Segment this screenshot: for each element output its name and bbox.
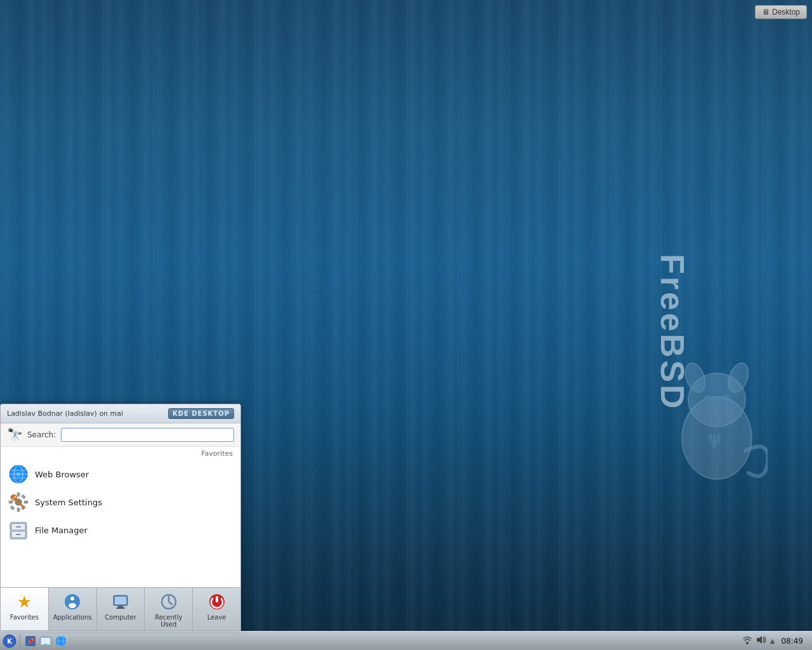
- computer-tab-icon: [110, 592, 131, 612]
- tray-arrow-icon[interactable]: ▲: [770, 637, 775, 644]
- recently-used-tab-icon: [159, 592, 179, 612]
- svg-rect-17: [24, 501, 28, 503]
- tab-recently-used[interactable]: Recently Used: [145, 588, 193, 630]
- favorites-tab-icon: ★: [14, 592, 34, 612]
- svg-marker-51: [757, 636, 762, 644]
- clock[interactable]: 08:49: [777, 637, 807, 646]
- svg-point-1: [688, 373, 745, 427]
- svg-rect-15: [17, 508, 20, 512]
- menu-item-system-settings[interactable]: System Settings: [1, 488, 240, 516]
- svg-point-50: [746, 642, 749, 644]
- menu-item-file-manager[interactable]: File Manager: [1, 516, 240, 544]
- beastie-icon: ψ: [666, 355, 768, 482]
- applications-tab-label: Applications: [53, 614, 92, 621]
- svg-point-3: [725, 361, 752, 395]
- svg-rect-14: [17, 493, 20, 496]
- svg-text:📌: 📌: [27, 637, 35, 646]
- svg-text:K: K: [7, 638, 13, 645]
- computer-tab-label: Computer: [105, 614, 136, 621]
- svg-rect-46: [44, 644, 47, 645]
- menu-item-web-browser[interactable]: Web Browser: [1, 460, 240, 488]
- svg-point-12: [16, 472, 20, 476]
- system-tray: ▲: [742, 635, 775, 647]
- tab-applications[interactable]: Applications: [49, 588, 97, 630]
- favorites-section-label: Favorites: [1, 447, 240, 460]
- leave-tab-label: Leave: [207, 614, 226, 621]
- recently-used-tab-label: Recently Used: [147, 614, 190, 628]
- svg-point-0: [682, 397, 752, 479]
- desktop-icon: 🖥: [762, 8, 769, 17]
- menu-user-info: Ladislav Bodnar (ladislav) on mai: [7, 409, 123, 418]
- svg-rect-16: [9, 501, 13, 503]
- svg-point-2: [682, 361, 709, 395]
- menu-content: Web Browser: [1, 460, 240, 587]
- desktop-background: FreeBSD ψ 🖥 Desktop Ladislav Bodnar: [0, 0, 812, 650]
- binoculars-icon: 🔭: [7, 427, 22, 442]
- web-browser-label: Web Browser: [35, 470, 89, 479]
- taskbar-app3[interactable]: [54, 634, 68, 648]
- web-browser-icon: [8, 464, 29, 484]
- svg-rect-45: [41, 638, 50, 644]
- taskbar: K 📌: [0, 631, 812, 650]
- svg-line-22: [13, 497, 23, 507]
- svg-rect-33: [115, 597, 126, 604]
- kde-menu-button[interactable]: K: [3, 634, 16, 648]
- search-label: Search:: [27, 430, 56, 439]
- svg-point-30: [70, 597, 74, 600]
- svg-rect-35: [116, 607, 125, 609]
- tray-network-icon[interactable]: [742, 635, 752, 647]
- applications-tab-icon: [62, 592, 82, 612]
- leave-tab-icon: [207, 592, 227, 612]
- taskbar-separator: [20, 635, 20, 647]
- freebsd-text: FreeBSD: [653, 254, 691, 411]
- svg-rect-26: [16, 526, 21, 527]
- desktop-button-label: Desktop: [772, 8, 800, 17]
- svg-point-4: [704, 395, 711, 402]
- tab-favorites[interactable]: ★ Favorites: [1, 588, 49, 630]
- menu-header: Ladislav Bodnar (ladislav) on mai KDE DE…: [1, 404, 240, 423]
- file-manager-label: File Manager: [35, 526, 88, 535]
- taskbar-left: K 📌: [0, 634, 70, 648]
- taskbar-right: ▲ 08:49: [742, 635, 812, 647]
- svg-point-31: [69, 603, 76, 608]
- file-manager-icon: [8, 520, 29, 540]
- favorites-tab-label: Favorites: [10, 614, 39, 621]
- svg-rect-38: [216, 596, 218, 602]
- start-menu: Ladislav Bodnar (ladislav) on mai KDE DE…: [0, 404, 241, 631]
- tab-leave[interactable]: Leave: [193, 588, 240, 630]
- menu-tabs: ★ Favorites Applications: [1, 587, 240, 630]
- system-settings-label: System Settings: [35, 498, 102, 507]
- kde-badge: KDE DESKTOP: [168, 408, 234, 419]
- taskbar-app2[interactable]: [39, 634, 53, 648]
- svg-rect-28: [16, 534, 21, 535]
- search-input[interactable]: [61, 428, 234, 442]
- taskbar-app1[interactable]: 📌: [23, 634, 37, 648]
- tray-volume-icon[interactable]: [756, 635, 766, 647]
- freebsd-logo: FreeBSD ψ: [647, 254, 774, 508]
- svg-point-5: [723, 395, 730, 402]
- svg-text:ψ: ψ: [707, 428, 721, 449]
- tab-computer[interactable]: Computer: [97, 588, 145, 630]
- svg-rect-19: [21, 494, 25, 499]
- system-settings-icon: [8, 492, 29, 512]
- svg-rect-34: [118, 606, 123, 607]
- menu-search-bar: 🔭 Search:: [1, 423, 240, 447]
- desktop-button[interactable]: 🖥 Desktop: [755, 5, 807, 19]
- svg-rect-20: [10, 505, 15, 510]
